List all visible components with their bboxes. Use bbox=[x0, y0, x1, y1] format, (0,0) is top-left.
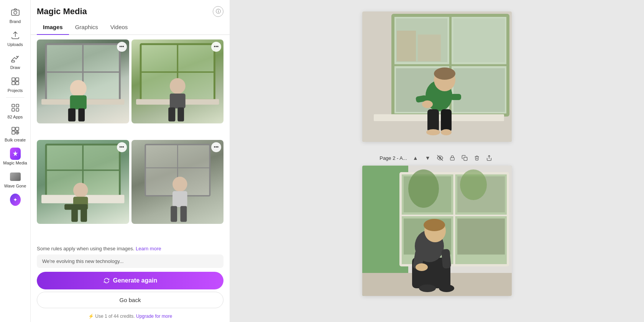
svg-rect-77 bbox=[450, 158, 455, 160]
canvas-svg-1 bbox=[362, 12, 512, 142]
image-card-2[interactable]: ••• bbox=[131, 39, 224, 123]
svg-rect-73 bbox=[450, 94, 461, 100]
svg-rect-25 bbox=[78, 108, 85, 122]
svg-rect-60 bbox=[453, 18, 505, 62]
canvas-page-2[interactable] bbox=[362, 166, 512, 296]
page-hide-button[interactable] bbox=[435, 153, 445, 163]
trash-icon bbox=[474, 155, 480, 161]
canvas-svg-2 bbox=[362, 166, 512, 296]
svg-point-71 bbox=[441, 129, 452, 135]
sidebar-item-label-draw: Draw bbox=[10, 65, 20, 70]
svg-point-40 bbox=[73, 183, 88, 198]
sidebar-item-brand[interactable]: Brand bbox=[0, 4, 30, 27]
svg-point-101 bbox=[416, 263, 428, 271]
svg-rect-50 bbox=[172, 191, 187, 207]
projects-icon bbox=[10, 76, 21, 87]
svg-rect-5 bbox=[12, 82, 15, 85]
tab-images[interactable]: Images bbox=[37, 20, 69, 35]
svg-rect-2 bbox=[12, 61, 15, 62]
image-grid: ••• ••• bbox=[31, 35, 230, 243]
panel-title: Magic Media bbox=[37, 7, 87, 16]
svg-rect-44 bbox=[80, 209, 87, 222]
svg-rect-3 bbox=[12, 78, 15, 81]
page-delete-button[interactable] bbox=[472, 153, 482, 163]
sidebar-item-projects[interactable]: Projects bbox=[0, 73, 30, 96]
svg-rect-24 bbox=[68, 108, 76, 122]
canvas-area: Page 2 - A... ▲ ▼ bbox=[230, 0, 644, 322]
svg-point-22 bbox=[70, 80, 87, 97]
sidebar-item-uploads[interactable]: Uploads bbox=[0, 27, 30, 50]
page-copy-button[interactable] bbox=[459, 153, 470, 163]
sidebar-item-draw[interactable]: Draw bbox=[0, 50, 30, 73]
svg-rect-33 bbox=[168, 107, 175, 121]
tab-videos[interactable]: Videos bbox=[104, 20, 134, 35]
sidebar: Brand Uploads Draw bbox=[0, 0, 31, 322]
svg-rect-78 bbox=[464, 157, 467, 161]
eye-icon bbox=[437, 155, 443, 161]
sidebar-item-label-magic-media: Magic Media bbox=[3, 161, 27, 165]
apps-icon bbox=[10, 102, 21, 113]
card-3-menu[interactable]: ••• bbox=[117, 142, 127, 152]
learn-more-link[interactable]: Learn more bbox=[136, 246, 161, 251]
svg-rect-12 bbox=[16, 127, 19, 130]
sidebar-item-wave-gone[interactable]: Wave Gone bbox=[0, 168, 30, 191]
card-4-menu[interactable]: ••• bbox=[211, 142, 221, 152]
sidebar-item-label-bulk-create: Bulk create bbox=[5, 138, 26, 142]
svg-rect-11 bbox=[12, 127, 15, 130]
rules-text: Some rules apply when using these images… bbox=[31, 243, 230, 255]
image-card-3[interactable]: ••• bbox=[37, 140, 129, 224]
draw-icon bbox=[10, 53, 21, 64]
svg-point-98 bbox=[424, 219, 445, 231]
svg-point-94 bbox=[419, 284, 436, 292]
page-2-label-bar: Page 2 - A... ▲ ▼ bbox=[380, 153, 495, 163]
magic-media-icon bbox=[10, 148, 21, 159]
svg-rect-7 bbox=[12, 104, 15, 107]
page-lock-button[interactable] bbox=[447, 153, 458, 163]
upgrade-link[interactable]: Upgrade for more bbox=[136, 314, 172, 319]
sidebar-item-apps[interactable]: 82 Apps bbox=[0, 99, 30, 122]
svg-point-67 bbox=[434, 67, 455, 80]
svg-point-1 bbox=[14, 11, 17, 14]
bulk-create-icon bbox=[10, 125, 21, 136]
image-card-1[interactable]: ••• bbox=[37, 39, 129, 123]
tab-graphics[interactable]: Graphics bbox=[69, 20, 104, 35]
svg-point-74 bbox=[422, 100, 433, 108]
sidebar-item-bulk-create[interactable]: Bulk create bbox=[0, 122, 30, 145]
svg-point-31 bbox=[169, 78, 185, 94]
svg-point-95 bbox=[439, 284, 454, 292]
sidebar-item-label-projects: Projects bbox=[8, 88, 23, 93]
svg-rect-6 bbox=[16, 82, 19, 85]
svg-rect-9 bbox=[12, 108, 15, 111]
go-back-button[interactable]: Go back bbox=[37, 292, 223, 308]
svg-point-70 bbox=[426, 129, 440, 135]
svg-rect-10 bbox=[16, 108, 19, 111]
page-2-container bbox=[362, 166, 512, 305]
svg-rect-34 bbox=[177, 107, 184, 121]
svg-rect-23 bbox=[70, 95, 87, 109]
svg-rect-89 bbox=[457, 219, 505, 255]
canvas-page-1[interactable] bbox=[362, 12, 512, 142]
svg-point-91 bbox=[460, 169, 487, 200]
sidebar-item-label-brand: Brand bbox=[10, 19, 21, 24]
sidebar-item-sparkle[interactable]: ✦ bbox=[0, 191, 30, 208]
canvas-image-2 bbox=[362, 166, 512, 296]
svg-rect-61 bbox=[453, 68, 505, 112]
sidebar-divider bbox=[6, 97, 24, 98]
sidebar-item-magic-media[interactable]: Magic Media bbox=[0, 145, 30, 168]
share-icon bbox=[486, 155, 492, 161]
info-button[interactable]: ⓘ bbox=[213, 6, 223, 17]
camera-icon bbox=[10, 7, 21, 18]
svg-rect-69 bbox=[441, 109, 452, 132]
page-add-button[interactable] bbox=[484, 153, 495, 163]
page-2-label: Page 2 - A... bbox=[380, 155, 407, 161]
card-2-menu[interactable]: ••• bbox=[211, 42, 221, 52]
page-down-button[interactable]: ▼ bbox=[422, 153, 433, 163]
generate-again-button[interactable]: Generate again bbox=[37, 272, 223, 289]
svg-rect-100 bbox=[441, 249, 451, 269]
page-2-actions: ▲ ▼ bbox=[410, 153, 495, 163]
page-up-button[interactable]: ▲ bbox=[410, 153, 421, 163]
card-1-menu[interactable]: ••• bbox=[117, 42, 127, 52]
image-card-4[interactable]: ••• bbox=[131, 140, 224, 224]
svg-rect-4 bbox=[16, 78, 19, 81]
copy-icon bbox=[462, 155, 468, 161]
